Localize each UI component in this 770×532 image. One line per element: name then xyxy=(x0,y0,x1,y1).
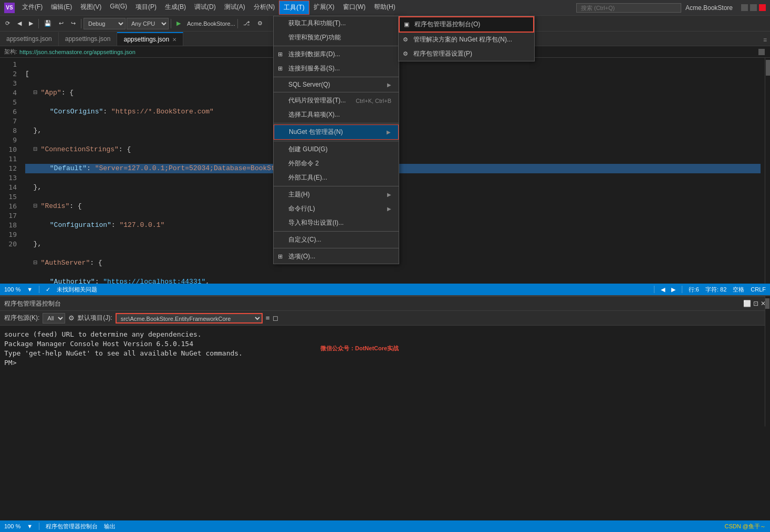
scroll-left[interactable]: ◀ xyxy=(661,286,665,293)
menu-file[interactable]: 文件(F) xyxy=(18,1,47,15)
toolbar-save-all[interactable]: 💾 xyxy=(41,18,55,29)
cmdline-label: 命令行(L) xyxy=(288,204,315,213)
pmc-default-project-dropdown[interactable]: src\Acme.BookStore.EntityFrameworkCore xyxy=(116,313,263,324)
app-logo: VS xyxy=(4,3,15,13)
toolbar-git[interactable]: ⎇ xyxy=(240,18,253,29)
menu-code-snippets[interactable]: 代码片段管理器(T)... Ctrl+K, Ctrl+B xyxy=(274,93,399,108)
maximize-btn[interactable] xyxy=(750,4,757,11)
pmc-source-dropdown[interactable]: All xyxy=(43,313,65,324)
nuget-label: NuGet 包管理器(N) xyxy=(289,128,343,137)
menu-git[interactable]: Git(G) xyxy=(106,1,131,15)
nuget-settings-item[interactable]: ⚙ 程序包管理器设置(P) xyxy=(399,47,534,61)
tab-pin-btn[interactable]: ≡ xyxy=(760,34,770,46)
schema-scroll-up[interactable] xyxy=(758,49,765,55)
menu-sql-server[interactable]: SQL Server(Q) ▶ xyxy=(274,78,399,91)
tab-close-icon[interactable]: ✕ xyxy=(172,37,176,43)
pmc-gear-btn[interactable]: ⚙ xyxy=(68,314,75,322)
pmc-section: 程序包管理器控制台 ⬜ ⊡ ✕ 程序包源(K): All ⚙ 默认项目(J): … xyxy=(0,295,770,426)
editor-scrollbar[interactable] xyxy=(765,58,770,284)
platform-dropdown[interactable]: Any CPU xyxy=(127,18,169,29)
toolbar-sep1 xyxy=(38,19,39,28)
bottom-zoom-arrow: ▼ xyxy=(27,523,33,529)
menu-debug[interactable]: 调试(D) xyxy=(190,1,220,15)
tools-sep7 xyxy=(274,231,399,232)
menu-tools[interactable]: 工具(T) xyxy=(279,1,309,15)
nuget-console-icon: ▣ xyxy=(404,21,409,28)
get-tools-label: 获取工具和功能(T)... xyxy=(288,19,346,28)
status-sep xyxy=(39,286,39,293)
menu-get-tools[interactable]: 获取工具和功能(T)... xyxy=(274,16,399,30)
pmc-source-label: 程序包源(K): xyxy=(4,314,39,322)
space-info: 空格 xyxy=(733,286,744,294)
pmc-list-btn[interactable]: ≡ xyxy=(266,314,270,322)
search-input[interactable] xyxy=(576,3,681,13)
pmc-content[interactable]: source (feed) URL to determine any depen… xyxy=(0,326,770,426)
tab-2[interactable]: appsettings.json xyxy=(59,32,118,46)
line-numbers: 1 2 3 4 5 6 7 8 9 10 11 12 13 14 15 16 1… xyxy=(0,58,21,284)
row-info: 行:6 xyxy=(689,286,699,294)
bottom-tab-pmc[interactable]: 程序包管理器控制台 xyxy=(46,523,98,530)
close-btn[interactable] xyxy=(759,4,766,11)
choose-toolbox-label: 选择工具箱项(X)... xyxy=(288,110,340,119)
toolbar-nav1[interactable]: ⟳ xyxy=(2,18,13,29)
cmdline-arrow-icon: ▶ xyxy=(387,206,391,212)
minimize-btn[interactable] xyxy=(741,4,748,11)
menu-connect-server[interactable]: ⊞ 连接到服务器(S)... xyxy=(274,61,399,76)
menu-choose-toolbox[interactable]: 选择工具箱项(X)... xyxy=(274,108,399,122)
scroll-right[interactable]: ▶ xyxy=(671,286,675,293)
menu-create-guid[interactable]: 创建 GUID(G) xyxy=(274,142,399,157)
toolbar-redo[interactable]: ↪ xyxy=(68,18,79,29)
tab-3[interactable]: appsettings.json ✕ xyxy=(117,32,183,46)
theme-arrow-icon: ▶ xyxy=(387,192,391,197)
menu-nuget[interactable]: NuGet 包管理器(N) ▶ xyxy=(274,124,399,140)
pmc-extra-btn[interactable]: ◻ xyxy=(273,314,278,322)
debug-config-dropdown[interactable]: Debug xyxy=(84,18,126,29)
nuget-console-item[interactable]: ▣ 程序包管理器控制台(O) xyxy=(399,16,534,33)
pmc-scrollbar[interactable] xyxy=(765,296,770,426)
menu-external-cmd2[interactable]: 外部命令 2 xyxy=(274,157,399,171)
pmc-toolbar: 程序包源(K): All ⚙ 默认项目(J): src\Acme.BookSto… xyxy=(0,311,770,326)
menu-options[interactable]: ⊞ 选项(O)... xyxy=(274,249,399,264)
menu-bar: 文件(F) 编辑(E) 视图(V) Git(G) 项目(P) 生成(B) 调试(… xyxy=(18,1,400,15)
menu-help[interactable]: 帮助(H) xyxy=(370,1,400,15)
start-btn[interactable]: ▶ xyxy=(173,18,184,29)
menu-connect-db[interactable]: ⊞ 连接到数据库(D)... xyxy=(274,47,399,61)
toolbar-sep4 xyxy=(237,19,238,28)
toolbar-extra[interactable]: ⚙ xyxy=(254,18,266,29)
menu-external-tools[interactable]: 外部工具(E)... xyxy=(274,171,399,185)
menu-test[interactable]: 测试(A) xyxy=(220,1,249,15)
bottom-status-bar: 100 % ▼ 程序包管理器控制台 输出 CSDN @鱼干～ xyxy=(0,520,770,532)
menu-theme[interactable]: 主题(H) ▶ xyxy=(274,187,399,202)
create-guid-label: 创建 GUID(G) xyxy=(288,145,328,154)
menu-cmdline[interactable]: 命令行(L) ▶ xyxy=(274,202,399,216)
menu-import-export[interactable]: 导入和导出设置(I)... xyxy=(274,216,399,230)
status-arrow: ▼ xyxy=(27,286,33,293)
menu-window[interactable]: 窗口(W) xyxy=(339,1,370,15)
nuget-manage-item[interactable]: ⚙ 管理解决方案的 NuGet 程序包(N)... xyxy=(399,33,534,47)
menu-analyze[interactable]: 分析(N) xyxy=(249,1,279,15)
toolbar-undo[interactable]: ↩ xyxy=(56,18,67,29)
code-line-12: "Authority": "https://localhost:44331", xyxy=(25,277,761,284)
tools-sep8 xyxy=(274,248,399,248)
menu-extensions[interactable]: 扩展(X) xyxy=(309,1,339,15)
menu-project[interactable]: 项目(P) xyxy=(131,1,161,15)
scrollbar-thumb[interactable] xyxy=(766,60,770,76)
schema-prefix: 架构: xyxy=(4,48,17,56)
bottom-tab-output[interactable]: 输出 xyxy=(104,523,116,530)
pmc-dock-btn[interactable]: ⊡ xyxy=(753,300,758,307)
pmc-float-btn[interactable]: ⬜ xyxy=(743,300,751,307)
tab-1[interactable]: appsettings.json xyxy=(0,32,59,46)
menu-build[interactable]: 生成(B) xyxy=(161,1,190,15)
pmc-scrollbar-thumb[interactable] xyxy=(765,298,769,309)
schema-url[interactable]: https://json.schemastore.org/appsettings… xyxy=(19,49,136,55)
menu-customize[interactable]: 自定义(C)... xyxy=(274,233,399,247)
menu-edit[interactable]: 编辑(E) xyxy=(47,1,76,15)
bottom-zoom: 100 % xyxy=(4,523,20,529)
menu-view[interactable]: 视图(V) xyxy=(76,1,106,15)
tools-sep6 xyxy=(274,186,399,186)
pmc-prompt[interactable]: PM> xyxy=(4,358,766,368)
menu-manage-preview[interactable]: 管理和预览(P)功能 xyxy=(274,30,399,45)
toolbar-nav2[interactable]: ◀ xyxy=(14,18,25,29)
nuget-settings-icon: ⚙ xyxy=(403,50,408,57)
toolbar-nav3[interactable]: ▶ xyxy=(26,18,36,29)
